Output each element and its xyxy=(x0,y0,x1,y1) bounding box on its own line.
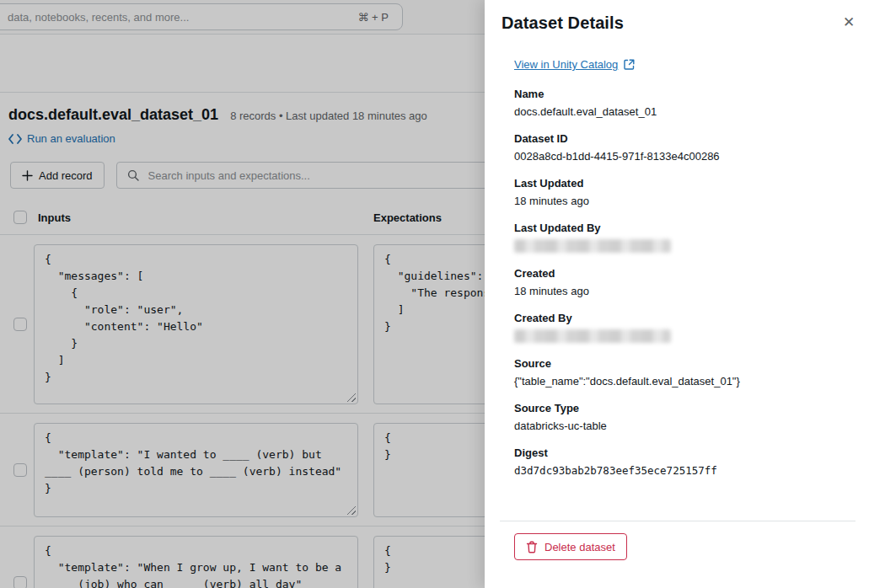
field-created-by: Created By xyxy=(514,312,849,343)
field-name: Name docs.default.eval_dataset_01 xyxy=(514,88,849,118)
field-created: Created 18 minutes ago xyxy=(514,267,849,297)
field-label: Created xyxy=(514,267,849,280)
panel-header: Dataset Details ✕ xyxy=(485,0,869,40)
field-label: Source Type xyxy=(514,402,849,414)
field-value: 0028a8cd-b1dd-4415-971f-8133e4c00286 xyxy=(514,150,849,163)
delete-dataset-button[interactable]: Delete dataset xyxy=(514,533,627,560)
field-source: Source {"table_name":"docs.default.eval_… xyxy=(514,357,849,388)
field-label: Last Updated xyxy=(514,177,849,190)
field-last-updated-by: Last Updated By xyxy=(514,222,849,253)
dataset-details-panel: Dataset Details ✕ View in Unity Catalog … xyxy=(485,0,869,588)
field-digest: Digest d3d7dc93bab2b783eef35ece725157ff xyxy=(514,446,849,477)
redacted-value xyxy=(514,329,671,343)
field-label: Created By xyxy=(514,312,849,324)
redacted-value xyxy=(514,239,671,253)
field-label: Last Updated By xyxy=(514,222,849,234)
uc-link-label: View in Unity Catalog xyxy=(514,58,618,71)
delete-dataset-label: Delete dataset xyxy=(544,541,615,553)
trash-icon xyxy=(526,541,538,553)
panel-body: View in Unity Catalog Name docs.default.… xyxy=(485,40,869,521)
field-label: Source xyxy=(514,357,849,370)
view-in-unity-catalog-link[interactable]: View in Unity Catalog xyxy=(514,58,635,71)
field-dataset-id: Dataset ID 0028a8cd-b1dd-4415-971f-8133e… xyxy=(514,132,849,163)
screen: data, notebooks, recents, and more... ⌘ … xyxy=(0,0,869,588)
field-value: 18 minutes ago xyxy=(514,195,849,207)
panel-title: Dataset Details xyxy=(502,13,852,33)
panel-footer: Delete dataset xyxy=(500,521,856,588)
field-label: Digest xyxy=(514,446,849,459)
field-value: docs.default.eval_dataset_01 xyxy=(514,105,849,118)
close-icon[interactable]: ✕ xyxy=(839,13,859,33)
field-value: d3d7dc93bab2b783eef35ece725157ff xyxy=(514,464,849,477)
field-label: Dataset ID xyxy=(514,132,849,145)
external-link-icon xyxy=(624,59,635,70)
field-source-type: Source Type databricks-uc-table xyxy=(514,402,849,432)
field-value: 18 minutes ago xyxy=(514,285,849,297)
field-value: databricks-uc-table xyxy=(514,420,849,432)
field-label: Name xyxy=(514,88,849,100)
field-last-updated: Last Updated 18 minutes ago xyxy=(514,177,849,207)
field-value: {"table_name":"docs.default.eval_dataset… xyxy=(514,375,849,388)
